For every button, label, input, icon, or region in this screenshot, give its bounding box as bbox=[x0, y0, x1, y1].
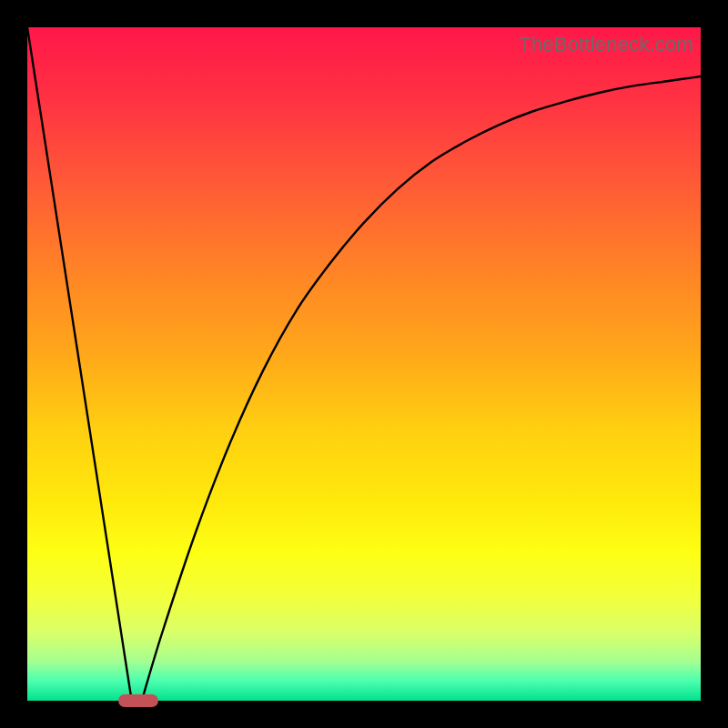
plot-area: TheBottleneck.com bbox=[27, 27, 701, 701]
chart-frame: TheBottleneck.com bbox=[0, 0, 728, 728]
bottleneck-marker bbox=[118, 694, 158, 707]
chart-curves bbox=[27, 27, 701, 701]
curve-right bbox=[142, 76, 701, 701]
curve-left-line bbox=[27, 27, 132, 701]
